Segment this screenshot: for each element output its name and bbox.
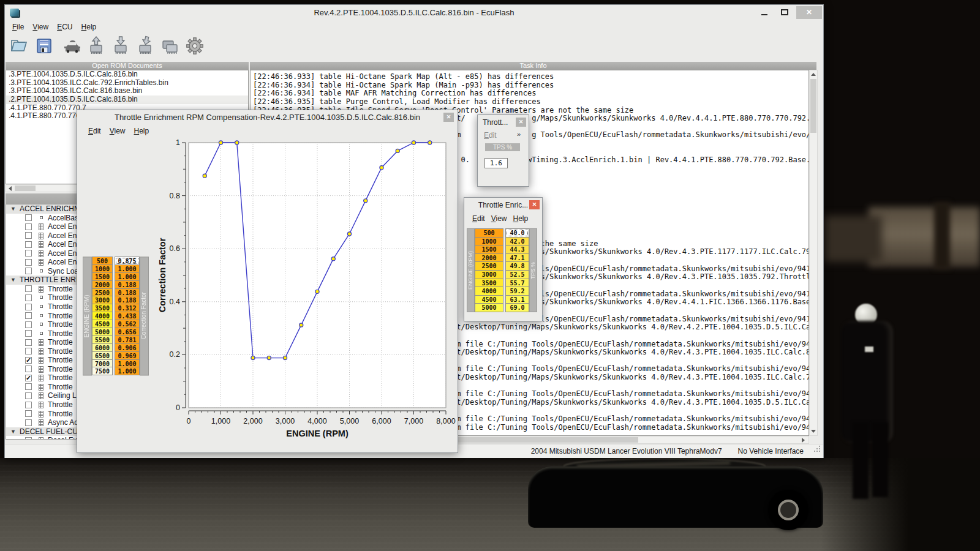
rpm-cell[interactable]: 6500	[92, 351, 113, 360]
value-cell[interactable]: 0.312	[115, 304, 140, 312]
close-icon[interactable]: ✕	[529, 200, 540, 209]
table-checkbox[interactable]	[25, 312, 32, 319]
value-cell[interactable]: 0.656	[115, 328, 140, 336]
scrollbar-thumb[interactable]	[15, 186, 36, 191]
value-cell[interactable]: 42.0	[505, 237, 529, 246]
table-checkbox[interactable]	[25, 321, 32, 328]
table-checkbox[interactable]	[25, 392, 32, 399]
rom-document-item[interactable]: .3.PTE.1004.1035.D.5.ILC.Calc.816.bin	[6, 70, 248, 79]
rpm-cell[interactable]: 1000	[92, 264, 113, 273]
table-checkbox[interactable]	[25, 410, 32, 417]
open-rom-icon[interactable]	[9, 35, 32, 58]
value-cell[interactable]: 52.5	[505, 270, 529, 279]
scroll-up-icon[interactable]	[811, 73, 816, 76]
value-cell[interactable]: 0.188	[115, 296, 140, 304]
settings-gear-icon[interactable]	[184, 35, 207, 58]
value-cell[interactable]: 1.000	[115, 367, 140, 375]
tps-value-cell[interactable]: 1.6	[484, 158, 508, 168]
value-cell[interactable]: 63.1	[505, 295, 529, 304]
menu-view[interactable]: View	[32, 23, 48, 31]
close-icon[interactable]: ✕	[443, 113, 454, 122]
table-checkbox[interactable]	[25, 348, 32, 354]
rpm-cell[interactable]: 500	[92, 257, 113, 265]
menu-view[interactable]: View	[110, 127, 126, 135]
table-checkbox[interactable]	[25, 419, 32, 426]
table-checkbox[interactable]: ✓	[25, 357, 32, 364]
menu-view[interactable]: View	[491, 214, 507, 223]
rpm-cell[interactable]: 4000	[92, 312, 113, 320]
menu-help[interactable]: Help	[134, 127, 149, 135]
menu-edit[interactable]: Edit	[484, 131, 497, 140]
value-cell[interactable]: 0.188	[115, 280, 140, 289]
value-cell[interactable]: 69.0	[505, 303, 529, 312]
menu-edit[interactable]: Edit	[472, 214, 485, 223]
table-checkbox[interactable]	[25, 365, 32, 372]
table-checkbox[interactable]	[25, 402, 32, 408]
table-checkbox[interactable]	[25, 437, 32, 440]
memory-chips-icon[interactable]	[159, 35, 183, 58]
rpm-cell[interactable]: 2000	[92, 280, 113, 289]
menu-file[interactable]: File	[12, 23, 24, 31]
value-cell[interactable]: 1.000	[115, 359, 140, 368]
table-checkbox[interactable]	[25, 294, 32, 301]
value-cell[interactable]: 49.8	[505, 261, 529, 271]
rpm-cell[interactable]: 2500	[475, 261, 503, 271]
table-checkbox[interactable]	[25, 250, 32, 257]
value-cell[interactable]: 0.875	[115, 257, 140, 265]
minimize-button[interactable]	[755, 6, 774, 19]
menu-overflow-chevron-icon[interactable]: »	[517, 130, 521, 138]
value-cell[interactable]: 0.188	[115, 288, 140, 297]
rpm-cell[interactable]: 1500	[92, 272, 113, 281]
rpm-cell[interactable]: 4500	[92, 320, 113, 328]
rpm-cell[interactable]: 500	[475, 228, 503, 238]
value-cell[interactable]: 1.000	[115, 272, 140, 281]
task-log-vscrollbar[interactable]	[809, 70, 818, 436]
table-checkbox[interactable]	[25, 241, 32, 248]
main-titlebar[interactable]: Rev.4.2.PTE.1004.1035.D.5.ILC.Calc.816.b…	[5, 5, 823, 21]
table-checkbox[interactable]	[25, 268, 32, 274]
table-checkbox[interactable]	[25, 232, 32, 239]
value-cell[interactable]: 0.562	[115, 320, 140, 328]
rpm-cell[interactable]: 4500	[475, 295, 503, 304]
menu-edit[interactable]: Edit	[88, 127, 101, 135]
rpm-cell[interactable]: 5000	[92, 328, 113, 336]
table-checkbox[interactable]	[25, 330, 32, 337]
scrollbar-thumb[interactable]	[810, 79, 816, 133]
menu-help[interactable]: Help	[81, 23, 97, 31]
table-checkbox[interactable]	[25, 339, 32, 346]
write-changes-icon[interactable]	[135, 35, 158, 58]
collapse-arrow-icon[interactable]: ▼	[10, 204, 16, 214]
value-cell[interactable]: 44.3	[505, 245, 529, 254]
rpm-cell[interactable]: 1500	[475, 245, 503, 254]
rpm-cell[interactable]: 2000	[475, 253, 503, 263]
rpm-cell[interactable]: 7500	[92, 367, 113, 375]
rpm-cell[interactable]: 7000	[92, 359, 113, 368]
value-cell[interactable]: 55.7	[505, 279, 529, 288]
rom-document-item[interactable]: .2.PTE.1004.1035.D.5.ILC.Calc.816.bin	[6, 96, 248, 104]
save-rom-icon[interactable]	[33, 35, 56, 58]
rom-document-item[interactable]: .3.PTE.1004.1035.ILC.Calc.816.base.bin	[6, 87, 248, 96]
scroll-left-icon[interactable]	[9, 186, 12, 191]
menu-ecu[interactable]: ECU	[57, 23, 72, 31]
menu-help[interactable]: Help	[513, 214, 529, 223]
value-cell[interactable]: 0.781	[115, 335, 140, 344]
maximize-button[interactable]	[775, 6, 794, 19]
table-checkbox[interactable]	[25, 304, 32, 310]
resize-grip[interactable]	[813, 449, 821, 457]
value-cell[interactable]: 40.0	[505, 228, 529, 238]
value-cell[interactable]: 0.906	[115, 343, 140, 352]
table-checkbox[interactable]	[25, 259, 32, 266]
value-cell[interactable]: 0.969	[115, 351, 140, 360]
write-ecu-icon[interactable]	[110, 35, 134, 58]
value-cell[interactable]: 1.000	[115, 264, 140, 273]
value-cell[interactable]: 0.438	[115, 312, 140, 320]
rpm-cell[interactable]: 3000	[475, 270, 503, 279]
rpm-cell[interactable]: 6000	[92, 343, 113, 352]
scroll-right-icon[interactable]	[802, 438, 805, 443]
table-checkbox[interactable]	[25, 285, 32, 292]
close-button[interactable]: ✕	[796, 6, 822, 19]
scroll-down-icon[interactable]	[811, 430, 816, 433]
table-checkbox[interactable]: ✓	[25, 375, 32, 381]
rpm-cell[interactable]: 4000	[475, 287, 503, 296]
rpm-cell[interactable]: 3500	[475, 279, 503, 288]
